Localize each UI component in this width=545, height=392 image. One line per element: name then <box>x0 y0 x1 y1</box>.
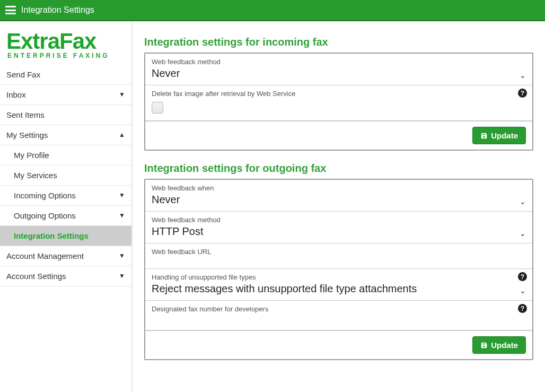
sidebar-item-send-fax[interactable]: Send Fax <box>0 65 131 84</box>
sidebar-item-label: Account Settings <box>6 272 66 281</box>
chevron-down-icon: ▼ <box>119 252 125 259</box>
field-value: Reject messages with unsupported file ty… <box>152 283 417 295</box>
topbar: Integration Settings <box>0 0 545 21</box>
field-value: HTTP Post <box>152 225 203 238</box>
sidebar-item-label: Sent Items <box>6 110 45 119</box>
sidebar-item-integration-settings[interactable]: Integration Settings <box>0 226 131 246</box>
chevron-down-icon[interactable]: ⌄ <box>520 71 526 80</box>
field-value: Never <box>152 194 180 206</box>
sidebar-item-my-services[interactable]: My Services <box>0 165 131 185</box>
panel-footer: Update <box>145 121 532 150</box>
sidebar-item-account-settings[interactable]: Account Settings ▼ <box>0 266 131 286</box>
sidebar-item-label: Incoming Options <box>14 191 76 200</box>
outgoing-section-title: Integration settings for outgoing fax <box>144 162 533 175</box>
sidebar-item-my-profile[interactable]: My Profile <box>0 145 131 165</box>
outgoing-web-feedback-url[interactable]: Web feedback URL <box>145 243 532 269</box>
chevron-down-icon: ▼ <box>119 191 125 199</box>
logo-subtext: ENTERPRISE FAXING <box>6 52 125 59</box>
incoming-update-button[interactable]: Update <box>472 127 526 144</box>
incoming-delete-after-retrieval: ? Delete fax image after retrieval by We… <box>145 85 532 121</box>
chevron-down-icon: ▼ <box>119 272 125 280</box>
chevron-down-icon[interactable]: ⌄ <box>520 286 526 295</box>
outgoing-web-feedback-when[interactable]: Web feedback when Never ⌄ <box>145 180 532 212</box>
outgoing-unsupported-handling[interactable]: ? Handling of unsupported file types Rej… <box>145 269 532 301</box>
help-icon[interactable]: ? <box>518 272 527 281</box>
sidebar-item-label: Inbox <box>6 90 26 99</box>
field-label: Designated fax number for developers <box>152 305 526 313</box>
button-label: Update <box>491 341 518 350</box>
chevron-up-icon: ▲ <box>119 131 125 138</box>
help-icon[interactable]: ? <box>518 89 527 98</box>
sidebar-item-label: Outgoing Options <box>14 211 76 220</box>
menu-icon[interactable] <box>5 6 16 14</box>
outgoing-web-feedback-method[interactable]: Web feedback method HTTP Post ⌄ <box>145 212 532 243</box>
sidebar-item-label: Integration Settings <box>14 231 89 240</box>
help-icon[interactable]: ? <box>518 304 527 313</box>
field-label: Web feedback when <box>152 184 526 192</box>
sidebar: ExtraFax ENTERPRISE FAXING Send Fax Inbo… <box>0 21 133 392</box>
chevron-down-icon[interactable]: ⌄ <box>520 197 526 206</box>
field-label: Web feedback method <box>152 216 526 224</box>
logo-text: ExtraFax <box>6 31 125 52</box>
field-value: Never <box>152 67 180 80</box>
sidebar-item-sent-items[interactable]: Sent Items <box>0 105 131 125</box>
sidebar-item-label: My Settings <box>6 130 48 140</box>
delete-after-retrieval-checkbox[interactable] <box>152 102 163 114</box>
main-content: Integration settings for incoming fax We… <box>133 21 545 392</box>
sidebar-item-account-management[interactable]: Account Management ▼ <box>0 246 131 266</box>
field-label: Handling of unsupported file types <box>152 273 526 281</box>
sidebar-item-my-settings[interactable]: My Settings ▲ <box>0 125 131 145</box>
sidebar-item-incoming-options[interactable]: Incoming Options ▼ <box>0 186 131 205</box>
button-label: Update <box>491 131 518 140</box>
outgoing-update-button[interactable]: Update <box>472 336 526 354</box>
sidebar-nav: Send Fax Inbox ▼ Sent Items My Settings … <box>0 65 131 286</box>
panel-footer: Update <box>145 330 532 359</box>
field-label: Delete fax image after retrieval by Web … <box>152 90 526 98</box>
field-label: Web feedback method <box>152 58 526 66</box>
page-title: Integration Settings <box>21 5 94 15</box>
outgoing-panel: Web feedback when Never ⌄ Web feedback m… <box>144 179 533 360</box>
save-icon <box>480 132 488 140</box>
sidebar-item-label: My Profile <box>14 151 49 160</box>
incoming-panel: Web feedback method Never ⌄ ? Delete fax… <box>144 53 533 151</box>
sidebar-item-inbox[interactable]: Inbox ▼ <box>0 85 131 104</box>
field-label: Web feedback URL <box>152 248 526 256</box>
sidebar-item-label: Account Management <box>6 251 84 260</box>
sidebar-item-label: Send Fax <box>6 70 40 79</box>
logo: ExtraFax ENTERPRISE FAXING <box>0 21 131 65</box>
sidebar-item-label: My Services <box>14 171 57 180</box>
chevron-down-icon[interactable]: ⌄ <box>520 229 526 238</box>
chevron-down-icon: ▼ <box>119 212 125 219</box>
incoming-web-feedback-method[interactable]: Web feedback method Never ⌄ <box>145 54 532 85</box>
chevron-down-icon: ▼ <box>119 91 125 98</box>
incoming-section-title: Integration settings for incoming fax <box>144 36 533 48</box>
save-icon <box>480 342 488 349</box>
sidebar-item-outgoing-options[interactable]: Outgoing Options ▼ <box>0 206 131 225</box>
outgoing-designated-fax-number[interactable]: ? Designated fax number for developers <box>145 301 532 330</box>
